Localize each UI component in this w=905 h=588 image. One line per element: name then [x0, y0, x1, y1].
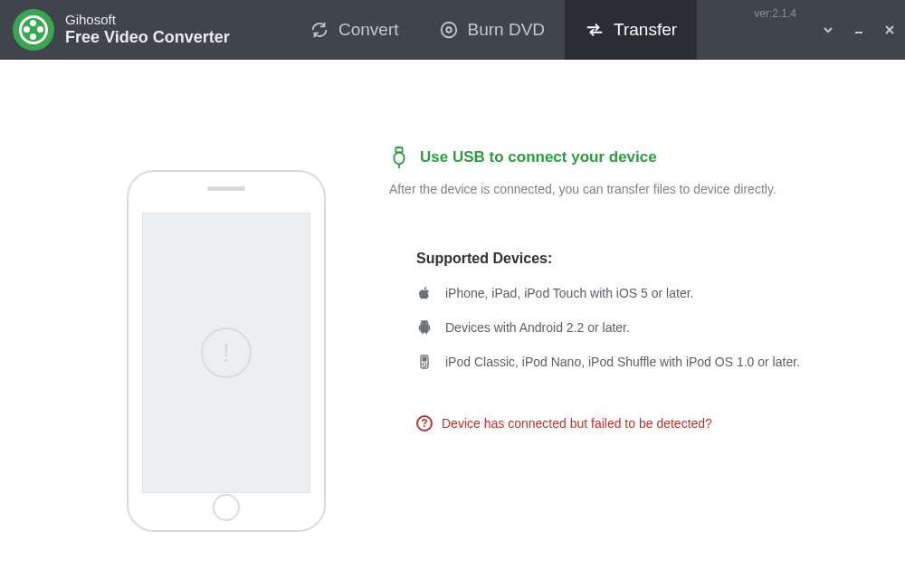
refresh-icon — [310, 20, 329, 40]
main-tabs: Convert Burn DVD Transfer — [290, 0, 697, 60]
apple-icon — [416, 285, 433, 301]
device-ipod-text: iPod Classic, iPod Nano, iPod Shuffle wi… — [445, 355, 800, 369]
phone-screen: ! — [142, 213, 310, 493]
svg-rect-3 — [395, 153, 405, 165]
phone-home-button-icon — [213, 494, 240, 521]
device-item-ipod: iPod Classic, iPod Nano, iPod Shuffle wi… — [416, 354, 860, 370]
device-apple-text: iPhone, iPad, iPod Touch with iOS 5 or l… — [445, 286, 693, 300]
tab-transfer[interactable]: Transfer — [565, 0, 697, 60]
ipod-icon — [416, 354, 433, 370]
supported-devices-heading: Supported Devices: — [416, 251, 860, 267]
svg-point-1 — [446, 27, 452, 33]
svg-point-6 — [425, 323, 426, 324]
connect-title-text: Use USB to connect your device — [420, 148, 657, 166]
brand-block: Gihosoft Free Video Converter — [0, 0, 290, 60]
svg-point-5 — [422, 323, 423, 324]
supported-devices-list: iPhone, iPad, iPod Touch with iOS 5 or l… — [416, 285, 860, 370]
phone-speaker-icon — [207, 186, 245, 191]
version-label: ver:2.1.4 — [754, 0, 813, 20]
close-button[interactable] — [874, 0, 905, 60]
android-icon — [416, 319, 433, 336]
minimize-icon — [853, 24, 864, 35]
connect-heading: Use USB to connect your device — [389, 146, 860, 169]
menu-dropdown-button[interactable] — [813, 0, 843, 60]
brand-name: Gihosoft — [65, 12, 230, 28]
tab-convert[interactable]: Convert — [290, 0, 419, 60]
brand-text: Gihosoft Free Video Converter — [65, 12, 230, 48]
detection-help-link[interactable]: ? Device has connected but failed to be … — [416, 415, 860, 432]
content-area: ! Use USB to connect your device After t… — [0, 60, 905, 588]
device-item-apple: iPhone, iPad, iPod Touch with iOS 5 or l… — [416, 285, 860, 301]
close-icon — [884, 24, 895, 35]
tab-transfer-label: Transfer — [614, 20, 677, 40]
disc-icon — [439, 20, 459, 40]
titlebar: Gihosoft Free Video Converter Convert Bu… — [0, 0, 905, 60]
minimize-button[interactable] — [843, 0, 874, 60]
brand-product: Free Video Converter — [65, 28, 230, 48]
tab-convert-label: Convert — [338, 20, 399, 40]
app-logo-icon — [13, 9, 54, 51]
connect-subtext: After the device is connected, you can t… — [389, 182, 860, 196]
tab-burn-label: Burn DVD — [468, 20, 546, 40]
svg-rect-8 — [423, 357, 427, 362]
svg-point-0 — [441, 23, 456, 38]
device-android-text: Devices with Android 2.2 or later. — [445, 320, 630, 335]
phone-illustration-column: ! — [90, 96, 362, 552]
svg-point-9 — [423, 363, 426, 366]
exclamation-icon: ! — [201, 327, 252, 378]
titlebar-right: ver:2.1.4 — [754, 0, 905, 60]
detection-help-text: Device has connected but failed to be de… — [442, 416, 712, 431]
info-column: Use USB to connect your device After the… — [362, 96, 860, 552]
tab-burn-dvd[interactable]: Burn DVD — [419, 0, 566, 60]
transfer-icon — [585, 20, 605, 40]
device-item-android: Devices with Android 2.2 or later. — [416, 319, 860, 336]
chevron-down-icon — [823, 24, 834, 35]
phone-outline-icon: ! — [127, 170, 326, 532]
question-icon: ? — [416, 415, 433, 432]
usb-icon — [389, 146, 409, 169]
